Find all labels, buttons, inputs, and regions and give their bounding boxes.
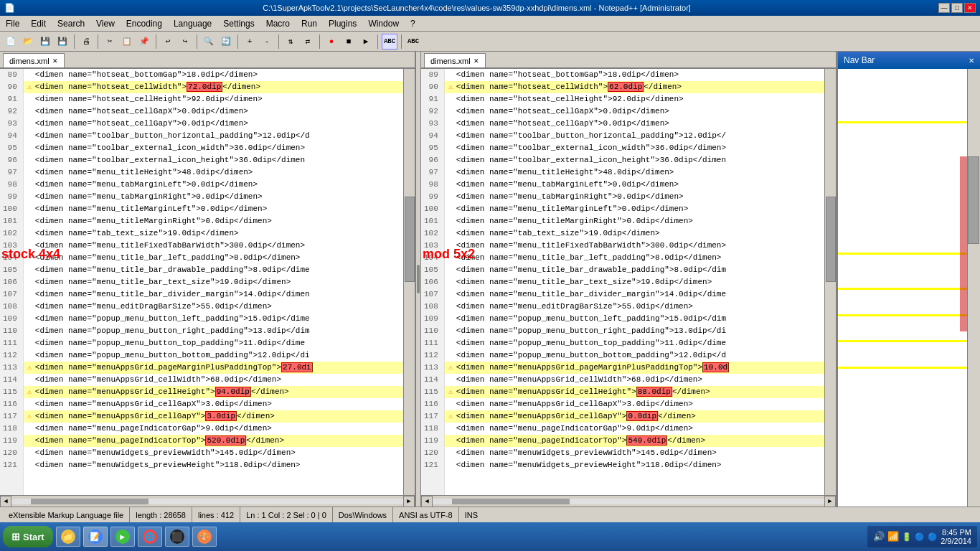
minimize-button[interactable]: — — [938, 3, 950, 13]
code-line: <dimen name="hotseat_bottomGap">18.0dip<… — [445, 69, 836, 81]
code-line: ⚠ <dimen name="hotseat_cellWidth">72.0di… — [24, 81, 415, 93]
taskbar-chrome[interactable]: 🌐 — [138, 527, 162, 547]
left-hscroll-thumb[interactable] — [31, 499, 149, 504]
left-tab[interactable]: dimens.xml ✕ — [3, 53, 65, 67]
right-tab-close[interactable]: ✕ — [473, 57, 479, 65]
new-button[interactable]: 📄 — [3, 34, 19, 50]
open-button[interactable]: 📂 — [20, 34, 36, 50]
right-scroll-left[interactable]: ◀ — [421, 496, 433, 507]
menu-language[interactable]: Language — [168, 16, 217, 31]
code-text: <dimen name="menu_titleMarginLeft">0.0di… — [35, 203, 267, 215]
taskbar-notepad[interactable]: 📝 — [83, 527, 108, 547]
replace-button[interactable]: 🔄 — [218, 34, 234, 50]
menu-window[interactable]: Window — [362, 16, 405, 31]
nav-bar-close[interactable]: ✕ — [969, 57, 974, 65]
close-button[interactable]: ✕ — [964, 3, 976, 13]
status-bar: eXtensible Markup Language file length :… — [0, 507, 980, 522]
code-text: <dimen name="menuAppsGrid_cellGapY">3.0d… — [35, 410, 275, 423]
code-text: <dimen name="menu_title_bar_divider_marg… — [456, 288, 726, 301]
zoom-in-button[interactable]: + — [242, 34, 258, 50]
code-text: <dimen name="hotseat_cellGapX">0.0dip</d… — [35, 105, 248, 118]
menu-help[interactable]: ? — [405, 16, 421, 31]
left-tab-label: dimens.xml — [9, 57, 50, 65]
explorer-icon: 📁 — [61, 529, 75, 544]
find-button[interactable]: 🔍 — [201, 34, 217, 50]
left-scroll-left[interactable]: ◀ — [0, 496, 11, 507]
menu-file[interactable]: File — [0, 16, 25, 31]
highlight-button[interactable]: ABC — [405, 34, 421, 50]
diff-highlight: 27.0di — [281, 362, 313, 372]
line-number: 94 — [424, 130, 441, 142]
copy-button[interactable]: 📋 — [119, 34, 135, 50]
taskbar-media[interactable]: ▶ — [110, 527, 135, 547]
left-scroll-right[interactable]: ▶ — [403, 496, 415, 507]
line-number: 119 — [3, 435, 20, 447]
toolbar-sep-6 — [278, 34, 279, 49]
redo-button[interactable]: ↪ — [177, 34, 193, 50]
code-line: <dimen name="toolbar_button_horizontal_p… — [445, 130, 836, 142]
line-number: 107 — [3, 288, 20, 301]
maximize-button[interactable]: □ — [951, 3, 963, 13]
menu-view[interactable]: View — [90, 16, 121, 31]
code-text: <dimen name="popup_menu_button_right_pad… — [456, 325, 726, 337]
print-button[interactable]: 🖨 — [78, 34, 94, 50]
right-scroll-right[interactable]: ▶ — [824, 496, 836, 507]
menu-search[interactable]: Search — [52, 16, 90, 31]
taskbar-paint[interactable]: 🎨 — [192, 527, 217, 547]
code-text: <dimen name="hotseat_cellGapY">0.0dip</d… — [456, 118, 669, 130]
left-scroll-thumb[interactable] — [405, 197, 415, 282]
left-code-area: stock 4x4 899091929394959697989910010110… — [0, 69, 415, 495]
taskbar-explorer[interactable]: 📁 — [56, 527, 80, 547]
editors-container: dimens.xml ✕ stock 4x4 89909192939495969… — [0, 52, 980, 507]
code-line: <dimen name="menu_editDragBarSize">55.0d… — [445, 301, 836, 313]
start-button[interactable]: ⊞ Start — [3, 526, 53, 547]
code-text: <dimen name="toolbar_external_icon_heigh… — [35, 154, 305, 166]
code-line: ⚠ <dimen name="menuAppsGrid_pageMarginPl… — [24, 362, 415, 374]
left-tab-close[interactable]: ✕ — [52, 57, 58, 65]
paste-button[interactable]: 📌 — [136, 34, 152, 50]
code-text: <dimen name="menu_tabMarginRight">0.0dip… — [456, 191, 684, 203]
vertical-splitter[interactable] — [415, 52, 421, 507]
line-number: 96 — [3, 154, 20, 166]
play-button[interactable]: ▶ — [358, 34, 374, 50]
menu-plugins[interactable]: Plugins — [323, 16, 362, 31]
menu-edit[interactable]: Edit — [25, 16, 52, 31]
menu-macro[interactable]: Macro — [260, 16, 296, 31]
undo-button[interactable]: ↩ — [160, 34, 176, 50]
zoom-out-button[interactable]: - — [259, 34, 275, 50]
right-line-numbers: 8990919293949596979899100101102103104105… — [421, 69, 445, 495]
menu-encoding[interactable]: Encoding — [121, 16, 168, 31]
line-number: 97 — [3, 166, 20, 179]
left-scrollbar-h[interactable]: ◀ ▶ — [0, 495, 415, 507]
right-scrollbar-h[interactable]: ◀ ▶ — [421, 495, 836, 507]
record-button[interactable]: ● — [324, 34, 339, 50]
code-text: <dimen name="menuAppsGrid_cellHeight">94… — [35, 386, 289, 398]
cut-button[interactable]: ✂ — [102, 34, 118, 50]
code-text: <dimen name="menuAppsGrid_pageMarginPlus… — [456, 362, 729, 374]
nav-scrollbar[interactable] — [967, 69, 980, 507]
line-number: 118 — [424, 423, 441, 435]
abc-button[interactable]: ABC — [382, 34, 397, 50]
menu-settings[interactable]: Settings — [217, 16, 260, 31]
code-text: <dimen name="menuWidgets_previewWidth">1… — [35, 447, 296, 459]
menu-run[interactable]: Run — [296, 16, 323, 31]
sync-scroll-button[interactable]: ⇅ — [283, 34, 298, 50]
line-number: 93 — [3, 118, 20, 130]
start-label: Start — [23, 532, 44, 542]
taskbar: ⊞ Start 📁 📝 ▶ 🌐 ⬛ 🎨 🔊 📶 🔋 🔵 🔵 8:45 PM 2/… — [0, 522, 980, 551]
save-button[interactable]: 💾 — [37, 34, 53, 50]
code-text: <dimen name="menuAppsGrid_cellGapX">3.0d… — [456, 398, 693, 410]
nav-scroll-thumb[interactable] — [968, 156, 979, 244]
taskbar-cmd[interactable]: ⬛ — [165, 527, 189, 547]
right-scrollbar-v[interactable] — [824, 69, 836, 495]
right-hscroll-thumb[interactable] — [452, 499, 570, 504]
code-line: <dimen name="menu_title_bar_text_size">1… — [445, 276, 836, 288]
stop-button[interactable]: ■ — [341, 34, 357, 50]
save-all-button[interactable]: 💾 — [55, 34, 70, 50]
right-tab[interactable]: dimens.xml ✕ — [424, 53, 486, 67]
left-scrollbar-v[interactable] — [403, 69, 415, 495]
code-text: <dimen name="menuAppsGrid_cellHeight">88… — [456, 386, 710, 398]
code-line: ⚠ <dimen name="hotseat_cellWidth">62.0di… — [445, 81, 836, 93]
right-scroll-thumb[interactable] — [826, 197, 836, 282]
sync-vertical-button[interactable]: ⇄ — [300, 34, 316, 50]
